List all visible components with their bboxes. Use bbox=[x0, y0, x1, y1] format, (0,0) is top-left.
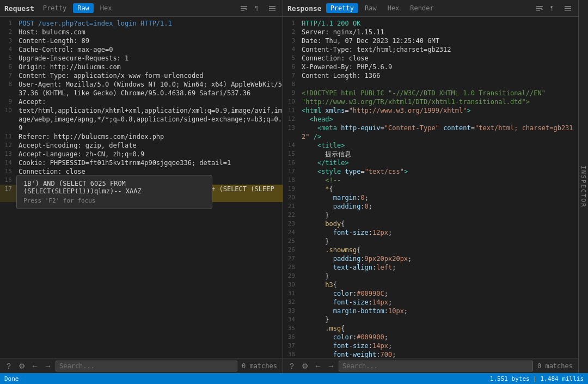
newline-icon-response[interactable]: ¶ bbox=[548, 2, 560, 14]
status-done: Done bbox=[4, 375, 19, 382]
help-icon-request[interactable]: ? bbox=[3, 361, 14, 371]
inspector-label: INSPECTOR bbox=[580, 166, 587, 208]
svg-rect-8 bbox=[536, 8, 542, 9]
tab-raw-request[interactable]: Raw bbox=[73, 3, 94, 13]
autocomplete-tooltip: 1B') AND (SELECT 6025 FROM (SELECT(SLEEP… bbox=[16, 175, 212, 209]
menu-icon-response[interactable] bbox=[562, 2, 574, 14]
svg-text:¶: ¶ bbox=[550, 5, 554, 11]
table-row: 32 font-size:14px; bbox=[283, 298, 578, 307]
svg-text:¶: ¶ bbox=[255, 5, 258, 11]
table-row: 34 } bbox=[283, 315, 578, 324]
status-bytes: 1,551 bytes | 1,484 millis bbox=[490, 375, 584, 382]
table-row: 36 color:#009900; bbox=[283, 333, 578, 342]
request-header: Request Pretty Raw Hex ¶ bbox=[0, 0, 283, 17]
table-row: 24 font-size:12px; bbox=[283, 228, 578, 237]
table-row: 18 <!-- bbox=[283, 176, 578, 185]
inspector-sidebar[interactable]: INSPECTOR bbox=[578, 0, 588, 373]
svg-rect-2 bbox=[241, 10, 244, 11]
response-header: Response Pretty Raw Hex Render ¶ bbox=[283, 0, 578, 17]
response-title: Response bbox=[287, 4, 322, 13]
search-input-response[interactable] bbox=[339, 361, 533, 371]
table-row: 10 text/html,application/xhtml+xml,appli… bbox=[0, 106, 283, 132]
table-row: 22 } bbox=[283, 211, 578, 220]
table-row: 16 </title> bbox=[283, 159, 578, 167]
table-row: 8 User-Agent: Mozilla/5.0 (Windows NT 10… bbox=[0, 80, 283, 97]
table-row: 2 Host: bulucms.com bbox=[0, 28, 283, 36]
table-row: 33 margin-bottom:10px; bbox=[283, 307, 578, 315]
table-row: 8 bbox=[283, 80, 578, 89]
table-row: 28 text-align:left; bbox=[283, 263, 578, 272]
table-row: 23 body{ bbox=[283, 220, 578, 228]
svg-rect-7 bbox=[536, 6, 543, 7]
table-row: 11 Referer: http://bulucms.com/index.php bbox=[0, 132, 283, 141]
request-title: Request bbox=[4, 4, 34, 13]
tab-pretty-request[interactable]: Pretty bbox=[39, 3, 71, 13]
table-row: 30 h3{ bbox=[283, 281, 578, 289]
table-row: 13 Accept-Language: zh-CN, zh;q=0.9 bbox=[0, 150, 283, 159]
table-row: 38 font-weight:700; bbox=[283, 350, 578, 358]
table-row: 35 .msg{ bbox=[283, 324, 578, 333]
matches-label-response: 0 matches bbox=[535, 362, 575, 370]
table-row: 12 Accept-Encoding: gzip, deflate bbox=[0, 141, 283, 150]
table-row: 25 } bbox=[283, 237, 578, 246]
svg-rect-1 bbox=[241, 8, 246, 9]
table-row: 9 Accept: bbox=[0, 97, 283, 106]
svg-rect-9 bbox=[536, 10, 540, 11]
svg-rect-13 bbox=[565, 10, 571, 11]
table-row: 6 X-Powered-By: PHP/5.6.9 bbox=[283, 63, 578, 71]
table-row: 1 HTTP/1.1 200 OK bbox=[283, 19, 578, 28]
tab-hex-request[interactable]: Hex bbox=[96, 3, 117, 13]
tooltip-hint: Press 'F2' for focus bbox=[23, 197, 205, 204]
table-row: 9 <!DOCTYPE html PUBLIC "-//W3C//DTD XHT… bbox=[283, 89, 578, 97]
table-row: 27 padding:9px20px20px; bbox=[283, 254, 578, 263]
request-code-area: 1 POST /user.php?act=index_login HTTP/1.… bbox=[0, 17, 283, 358]
menu-icon-request[interactable] bbox=[266, 2, 278, 14]
response-bottom-toolbar: ? ⚙ ← → 0 matches bbox=[283, 358, 578, 373]
table-row: 37 font-size:14px; bbox=[283, 342, 578, 350]
forward-btn-request[interactable]: → bbox=[42, 361, 53, 371]
wrap-icon-request[interactable] bbox=[238, 2, 250, 14]
table-row: 5 Upgrade-Insecure-Requests: 1 bbox=[0, 54, 283, 63]
back-btn-response[interactable]: ← bbox=[313, 361, 323, 371]
table-row: 7 Content-Length: 1366 bbox=[283, 71, 578, 80]
table-row: 5 Connection: close bbox=[283, 54, 578, 63]
table-row: 6 Origin: http://bulucms.com bbox=[0, 63, 283, 71]
table-row: 10 "http://www.w3.org/TR/xhtml1/DTD/xhtm… bbox=[283, 97, 578, 106]
back-btn-request[interactable]: ← bbox=[29, 361, 40, 371]
table-row: 15 提示信息 bbox=[283, 150, 578, 159]
table-row: 20 margin:0; bbox=[283, 193, 578, 202]
tab-raw-response[interactable]: Raw bbox=[360, 3, 381, 13]
table-row: 14 Cookie: PHPSESSID=ft01h5kv1trnm4p90sj… bbox=[0, 159, 283, 167]
help-icon-response[interactable]: ? bbox=[286, 361, 297, 371]
matches-label-request: 0 matches bbox=[240, 362, 279, 370]
response-code-area: 1 HTTP/1.1 200 OK 2 Server: nginx/1.15.1… bbox=[283, 17, 578, 358]
svg-rect-0 bbox=[241, 6, 247, 7]
table-row: 1 POST /user.php?act=index_login HTTP/1.… bbox=[0, 19, 283, 28]
wrap-icon-response[interactable] bbox=[534, 2, 546, 14]
table-row: 2 Server: nginx/1.15.11 bbox=[283, 28, 578, 36]
forward-btn-response[interactable]: → bbox=[326, 361, 336, 371]
response-panel: Response Pretty Raw Hex Render ¶ 1 HTTP/… bbox=[283, 0, 578, 373]
table-row: 17 <style type="text/css"> bbox=[283, 167, 578, 176]
svg-rect-5 bbox=[269, 8, 275, 9]
tab-hex-response[interactable]: Hex bbox=[383, 3, 404, 13]
table-row: 4 Cache-Control: max-age=0 bbox=[0, 45, 283, 54]
tab-render-response[interactable]: Render bbox=[406, 3, 438, 13]
svg-rect-12 bbox=[565, 8, 571, 9]
request-panel: Request Pretty Raw Hex ¶ 1 POST /user.ph… bbox=[0, 0, 283, 373]
settings-icon-request[interactable]: ⚙ bbox=[16, 361, 27, 371]
newline-icon-request[interactable]: ¶ bbox=[252, 2, 264, 14]
request-bottom-toolbar: ? ⚙ ← → 0 matches bbox=[0, 358, 283, 373]
settings-icon-response[interactable]: ⚙ bbox=[299, 361, 310, 371]
tab-pretty-response[interactable]: Pretty bbox=[326, 3, 358, 13]
svg-rect-11 bbox=[565, 6, 571, 7]
status-bar: Done 1,551 bytes | 1,484 millis bbox=[0, 373, 588, 384]
table-row: 31 color:#00990C; bbox=[283, 289, 578, 298]
tooltip-text: 1B') AND (SELECT 6025 FROM (SELECT(SLEEP… bbox=[23, 180, 205, 195]
table-row: 13 <meta http-equiv="Content-Type" conte… bbox=[283, 124, 578, 141]
table-row: 19 *{ bbox=[283, 185, 578, 193]
svg-rect-4 bbox=[269, 6, 275, 7]
table-row: 26 .showmsg{ bbox=[283, 246, 578, 254]
search-input-request[interactable] bbox=[56, 361, 237, 371]
table-row: 3 Date: Thu, 07 Dec 2023 12:25:40 GMT bbox=[283, 36, 578, 45]
